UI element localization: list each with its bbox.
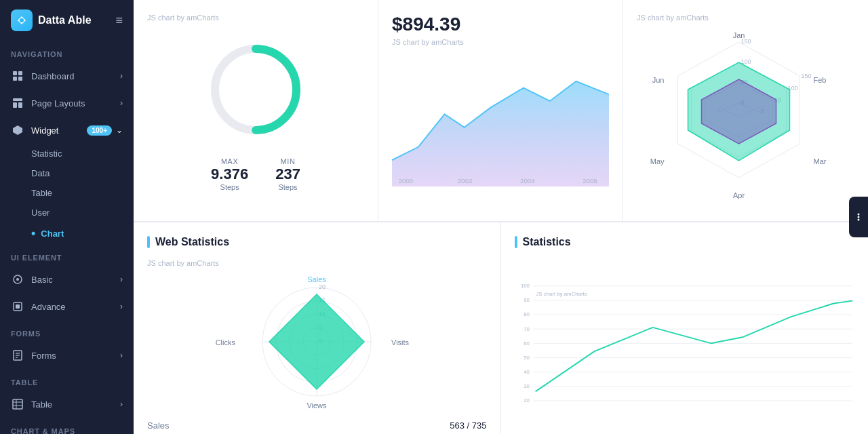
- svg-text:2006: 2006: [583, 177, 597, 184]
- page-layouts-chevron: ›: [120, 98, 123, 108]
- min-label: MIN: [275, 157, 300, 165]
- advance-chevron: ›: [120, 302, 123, 311]
- dashboard-chevron: ›: [120, 71, 123, 81]
- advance-icon: [11, 300, 24, 313]
- min-unit: Steps: [275, 183, 300, 191]
- svg-rect-17: [13, 399, 22, 409]
- svg-rect-6: [13, 102, 17, 108]
- sidebar-item-table-section[interactable]: Table ›: [0, 391, 134, 418]
- max-label: MAX: [211, 157, 248, 165]
- basic-chevron: ›: [120, 275, 123, 284]
- web-stats-clicks-label: Clicks: [216, 338, 236, 347]
- radar-mar-label: Mar: [814, 157, 827, 165]
- donut-chart-card: JS chart by amCharts MAX 9.376 Steps: [134, 0, 378, 221]
- sidebar-item-dashboard[interactable]: Dashboard ›: [0, 62, 134, 90]
- sidebar-item-page-layouts[interactable]: Page Layouts ›: [0, 90, 134, 117]
- svg-rect-4: [18, 77, 22, 81]
- web-stats-views-label: Views: [307, 401, 328, 410]
- advance-label: Advance: [31, 302, 66, 312]
- statistics-card: Statistics 100 90 80 70 60 50 40 30 20: [501, 222, 869, 434]
- radar-jun-label: Jun: [652, 76, 665, 84]
- sidebar-item-widget[interactable]: Widget 100+ ⌄: [0, 117, 134, 144]
- nav-section-navigation: NAVIGATION: [0, 41, 134, 62]
- web-statistics-card: Web Statistics JS chart by amCharts Sale…: [134, 222, 501, 434]
- svg-point-74: [858, 219, 860, 221]
- svg-text:100: 100: [520, 283, 530, 289]
- svg-text:2004: 2004: [520, 177, 535, 184]
- area-chart-svg: 2000 2002 2004 2006: [392, 53, 609, 189]
- svg-point-0: [20, 18, 24, 22]
- page-layouts-icon: [11, 96, 24, 110]
- area-chart-card: $894.39 JS chart by amCharts 2000: [378, 0, 623, 221]
- data-label: Data: [31, 168, 50, 178]
- sidebar-item-forms[interactable]: Forms ›: [0, 342, 134, 369]
- svg-rect-3: [13, 77, 17, 81]
- sidebar-item-table[interactable]: Table: [31, 183, 134, 203]
- sales-label: Sales: [147, 420, 170, 431]
- sidebar-item-user[interactable]: User: [31, 203, 134, 222]
- main-content: JS chart by amCharts MAX 9.376 Steps: [134, 0, 868, 434]
- table-chevron: ›: [120, 399, 123, 409]
- widget-label: Widget: [31, 125, 58, 136]
- max-value: 9.376: [211, 165, 248, 183]
- svg-text:150: 150: [802, 73, 812, 79]
- radar-may-label: May: [650, 157, 665, 165]
- dashboard-label: Dashboard: [31, 71, 75, 81]
- statistics-chart-svg: 100 90 80 70 60 50 40 30 20: [515, 259, 855, 434]
- side-panel-toggle[interactable]: [849, 197, 868, 237]
- widget-submenu: Statistic Data Table User Chart: [0, 144, 134, 244]
- min-value: 237: [275, 165, 300, 183]
- area-chart-label: JS chart by amCharts: [392, 38, 609, 46]
- nav-section-forms: FORMS: [0, 320, 134, 342]
- nav-section-chart-maps: CHART & MAPS: [0, 418, 134, 434]
- radar-chart-card: JS chart by amCharts Jan Feb Mar Apr May…: [623, 0, 868, 221]
- logo-area: Datta Able: [11, 9, 92, 31]
- sidebar-item-basic[interactable]: Basic ›: [0, 266, 134, 293]
- sidebar-item-advance[interactable]: Advance ›: [0, 293, 134, 320]
- svg-text:JS chart by amCharts: JS chart by amCharts: [536, 291, 587, 297]
- svg-rect-12: [16, 304, 20, 309]
- sidebar-item-data[interactable]: Data: [31, 163, 134, 183]
- sidebar-item-chart[interactable]: Chart: [31, 222, 134, 244]
- sidebar-item-statistic[interactable]: Statistic: [31, 144, 134, 163]
- svg-rect-1: [13, 71, 17, 75]
- menu-toggle-button[interactable]: ≡: [115, 14, 123, 28]
- widget-chevron: ⌄: [116, 125, 123, 135]
- max-stat: MAX 9.376 Steps: [211, 157, 248, 191]
- statistic-label: Statistic: [31, 149, 62, 159]
- nav-section-ui: UI ELEMENT: [0, 244, 134, 266]
- web-stats-chart-label: JS chart by amCharts: [147, 259, 487, 267]
- table-icon: [11, 397, 24, 411]
- svg-text:2000: 2000: [399, 177, 414, 184]
- max-unit: Steps: [211, 183, 248, 191]
- svg-text:30: 30: [524, 383, 530, 389]
- web-statistics-title: Web Statistics: [147, 236, 487, 248]
- forms-label: Forms: [31, 351, 56, 361]
- svg-text:60: 60: [524, 340, 530, 347]
- web-stats-sales-label: Sales: [307, 275, 326, 283]
- sales-value: 563 / 735: [450, 420, 486, 431]
- svg-marker-52: [269, 294, 364, 389]
- svg-point-73: [858, 216, 860, 218]
- sales-stat-row: Sales 563 / 735: [147, 416, 487, 434]
- page-layouts-label: Page Layouts: [31, 98, 85, 108]
- table-nav-label: Table: [31, 399, 52, 410]
- web-stats-radar-svg: Sales Visits Views Clicks 20: [215, 274, 418, 410]
- table-label: Table: [31, 188, 52, 198]
- svg-rect-5: [13, 98, 22, 101]
- svg-text:80: 80: [524, 311, 530, 317]
- sidebar-header: Datta Able ≡: [0, 0, 134, 41]
- donut-container: MAX 9.376 Steps MIN 237 Steps: [147, 28, 364, 191]
- top-charts-row: JS chart by amCharts MAX 9.376 Steps: [134, 0, 868, 222]
- area-big-value: $894.39: [392, 14, 609, 35]
- donut-stats: MAX 9.376 Steps MIN 237 Steps: [211, 157, 300, 191]
- svg-text:150: 150: [741, 38, 751, 45]
- donut-svg: [201, 35, 310, 144]
- svg-text:20: 20: [524, 397, 530, 403]
- basic-icon: [11, 273, 24, 286]
- app-name: Datta Able: [38, 14, 92, 26]
- widget-icon: [11, 123, 24, 137]
- svg-point-72: [858, 214, 860, 216]
- svg-rect-7: [18, 102, 22, 108]
- svg-text:50: 50: [524, 355, 530, 361]
